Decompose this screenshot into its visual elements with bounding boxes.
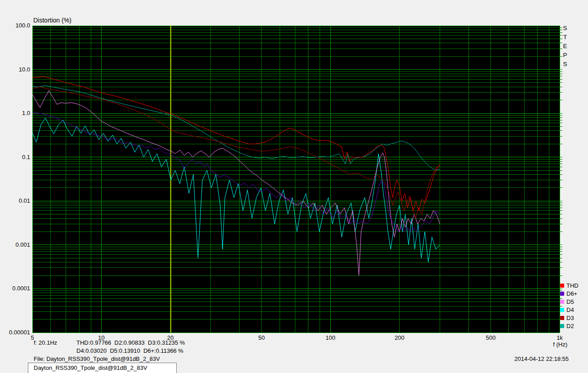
legend-label-D2: D2 (566, 323, 574, 329)
measurement-timestamp: 2014-04-12 22:18:55 (450, 355, 569, 362)
x-tick-label: 200 (382, 334, 418, 341)
legend-label-D6+: D6+ (566, 290, 577, 297)
file-list-selected-item[interactable]: Dayton_RSS390_Tpole_dist@91dB_2_83V (28, 363, 177, 373)
legend-item-THD: THD (560, 281, 579, 289)
series-line-D4 (32, 118, 440, 262)
legend-swatch-D2 (560, 324, 564, 328)
legend-swatch-D6+ (560, 292, 564, 296)
legend-label-THD: THD (566, 282, 579, 289)
y-tick-label: 100.0 (0, 22, 30, 29)
x-tick-label: 500 (473, 334, 509, 341)
x-tick-label: 1k (542, 334, 578, 341)
selected-file-name: Dayton_RSS390_Tpole_dist@91dB_2_83V (28, 363, 176, 371)
legend-item-D6+: D6+ (560, 289, 579, 298)
app-name-label: STEPS (562, 25, 568, 70)
legend-swatch-D4 (560, 308, 564, 312)
distortion-plot[interactable] (32, 26, 560, 333)
legend-item-D4: D4 (560, 306, 579, 314)
legend: THDD6+D5D4D3D2 (560, 281, 579, 330)
x-tick-label: 100 (312, 334, 348, 341)
x-tick-label: 50 (244, 334, 280, 341)
distortion-readout-line1: THD:0.97766 D2:0.90833 D3:0.31235 % (76, 339, 185, 346)
legend-label-D4: D4 (566, 306, 574, 313)
series-line-D3 (32, 87, 440, 218)
legend-label-D3: D3 (566, 315, 574, 321)
legend-label-D5: D5 (566, 298, 574, 305)
plot-title: Distortion (%) (33, 17, 71, 24)
cursor-frequency-readout: f: 20.1Hz (34, 339, 57, 346)
y-tick-label: 10.0 (0, 66, 30, 73)
x-axis-title: f (Hz) (539, 341, 567, 348)
legend-item-D3: D3 (560, 314, 579, 322)
y-tick-label: 0.001 (0, 241, 30, 248)
legend-swatch-D3 (560, 316, 564, 320)
plot-canvas (32, 26, 560, 333)
file-name-label: File: Dayton_RSS390_Tpole_dist@91dB_2_83… (34, 355, 160, 362)
legend-swatch-THD (560, 284, 564, 288)
y-tick-label: 0.1 (0, 154, 30, 160)
legend-item-D5: D5 (560, 298, 579, 306)
y-tick-label: 1.0 (0, 110, 30, 116)
legend-swatch-D5 (560, 300, 564, 304)
y-tick-label: 0.01 (0, 197, 30, 204)
steps-distortion-window: Distortion (%) 100.010.01.00.10.010.0010… (0, 0, 588, 373)
distortion-readout-line2: D4:0.03020 D5:0.13910 D6+:0.11366 % (76, 347, 183, 354)
legend-item-D2: D2 (560, 322, 579, 330)
y-tick-label: 0.0001 (0, 285, 30, 292)
